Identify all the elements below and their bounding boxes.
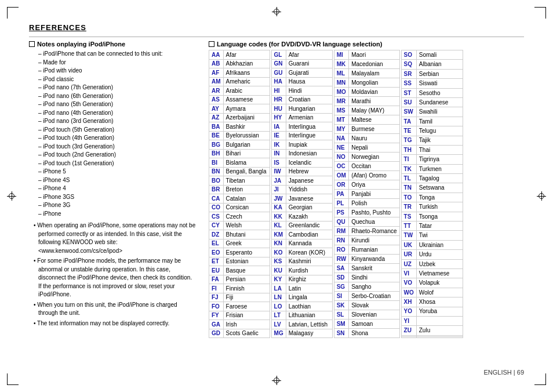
lang-row: TSTsonga: [401, 212, 463, 221]
divider: [29, 37, 524, 37]
lang-name: Guarani: [286, 59, 332, 68]
lang-code: SL: [334, 310, 348, 320]
lang-code: SM: [334, 320, 348, 329]
lang-name: Korean (KOR): [286, 248, 332, 257]
lang-row: SUSundanese: [401, 97, 463, 107]
lang-row: YI: [401, 316, 463, 325]
lang-name: Javanese: [286, 194, 332, 204]
lang-row: STSesotho: [401, 88, 463, 97]
lang-row: FYFrisian: [209, 311, 270, 320]
crosshair-top: [272, 7, 281, 16]
lang-code: MN: [334, 78, 348, 88]
list-item: iPod with video: [38, 67, 197, 75]
lang-code: AB: [209, 59, 224, 68]
lang-code: OR: [334, 180, 348, 190]
lang-code: BO: [209, 176, 224, 186]
lang-name: Volapuk: [416, 278, 463, 288]
lang-row: SQAlbanian: [401, 60, 463, 69]
lang-code: SK: [334, 301, 348, 310]
lang-code: BI: [209, 158, 224, 168]
lang-name: Basque: [223, 266, 270, 275]
lang-code: EO: [209, 248, 224, 257]
lang-code: TT: [401, 222, 416, 231]
lang-row: FIFinnish: [209, 284, 270, 293]
corner-mark-br: [534, 373, 546, 385]
lang-row: TETelugu: [401, 126, 463, 136]
lang-name: Lingala: [286, 293, 332, 302]
lang-row: ZUZulu: [401, 326, 463, 335]
lang-name: Twi: [416, 231, 463, 240]
lang-row: TGTajik: [401, 136, 463, 145]
lang-row: RNKirundi: [334, 236, 399, 245]
page: REFERENCES Notes onplaying iPod/iPhone i…: [0, 0, 553, 392]
lang-code: UR: [401, 250, 416, 259]
lang-row: RORumanian: [334, 245, 399, 255]
lang-code: AF: [209, 68, 224, 78]
lang-name: Hebrew: [286, 167, 332, 176]
lang-name: Maltese: [349, 115, 399, 125]
lang-name: Polish: [349, 199, 399, 208]
lang-code: IN: [271, 149, 286, 158]
list-item: iPod touch (3rd Generation): [38, 143, 197, 151]
lang-row: ABAbkhazian: [209, 59, 270, 68]
lang-code: ET: [209, 257, 224, 266]
lang-code: SO: [401, 50, 416, 60]
lang-row: AZAzerbaijani: [209, 113, 270, 122]
lang-name: Wolof: [416, 288, 463, 297]
lang-code: BG: [209, 140, 224, 150]
lang-code: PS: [334, 208, 348, 217]
lang-code: SR: [401, 69, 416, 78]
lang-name: Japanese: [286, 176, 332, 186]
lang-row: MKMacedonian: [334, 60, 399, 69]
lang-name: Malay (MAY): [349, 106, 399, 115]
lang-row: CSCzech: [209, 212, 270, 222]
lang-row: MRMarathi: [334, 97, 399, 106]
crosshair-right: [537, 191, 546, 201]
lang-row: HRCroatian: [271, 95, 332, 104]
left-subtitle: Notes onplaying iPod/iPhone: [29, 41, 197, 48]
lang-name: Afar: [223, 50, 270, 60]
lang-name: Faroese: [223, 302, 270, 311]
lang-name: Yiddish: [286, 185, 332, 194]
lang-name: Norwegian: [349, 153, 399, 162]
lang-row: PLPolish: [334, 199, 399, 208]
lang-name: Xhosa: [416, 297, 463, 307]
lang-name: Arabic: [223, 86, 270, 96]
lang-row: URUrdu: [401, 250, 463, 259]
lang-code: KK: [271, 212, 286, 222]
lang-row: XHXhosa: [401, 297, 463, 307]
lang-row: GDScots Gaelic: [209, 329, 270, 338]
lang-row: SSSiswati: [401, 79, 463, 88]
list-item: iPod nano (5th Generation): [38, 100, 197, 109]
content: REFERENCES Notes onplaying iPod/iPhone i…: [29, 23, 524, 338]
lang-name: Macedonian: [349, 60, 399, 69]
lang-row: ARArabic: [209, 86, 270, 96]
language-table: AAAfarABAbkhazianAFAfrikaansAMAmeharicAR…: [209, 50, 524, 338]
lang-code: TW: [401, 231, 416, 240]
lang-row: SOSomali: [401, 50, 463, 60]
lang-name: Kashmiri: [286, 257, 332, 266]
lang-code: CO: [209, 203, 224, 212]
lang-row: EUBasque: [209, 266, 270, 275]
lang-name: Oriya: [349, 180, 399, 190]
lang-name: Malayalam: [349, 69, 399, 78]
lang-code: KY: [271, 275, 286, 284]
lang-row: SNShona: [334, 329, 399, 338]
lang-name: Laothian: [286, 302, 332, 311]
lang-name: Fiji: [223, 293, 270, 302]
lang-code: MT: [334, 115, 348, 125]
lang-row: BIBislama: [209, 158, 270, 168]
lang-name: Occitan: [349, 162, 399, 171]
lang-row: RMRhaeto-Romance: [334, 227, 399, 236]
lang-row: OROriya: [334, 180, 399, 190]
lang-name: Kazakh: [286, 212, 332, 222]
lang-row: SGSangho: [334, 282, 399, 292]
crosshair-bottom: [272, 376, 281, 385]
lang-code: CA: [209, 194, 224, 204]
lang-code: BE: [209, 131, 224, 140]
lang-name: Afrikaans: [223, 68, 270, 78]
lang-row: LVLatvian, Lettish: [271, 320, 332, 329]
lang-name: Esperanto: [223, 248, 270, 257]
lang-name: Sindhi: [349, 273, 399, 282]
lang-code: CS: [209, 212, 224, 222]
